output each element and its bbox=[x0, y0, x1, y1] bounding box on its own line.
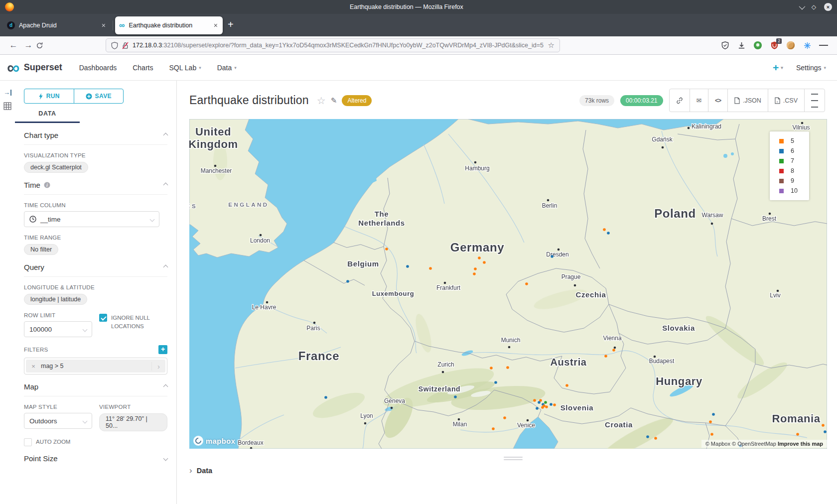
map-city-dot bbox=[769, 213, 771, 215]
legend-item[interactable]: 9 bbox=[779, 177, 809, 184]
map-region-label: ENGLAND bbox=[228, 202, 269, 208]
edit-title-icon[interactable]: ✎ bbox=[331, 96, 337, 105]
section-query[interactable]: Query bbox=[24, 255, 167, 277]
earthquake-point bbox=[646, 435, 649, 438]
favorite-star-icon[interactable]: ☆ bbox=[317, 95, 326, 107]
viewport-value[interactable]: 11° 28' 29.70" | 50... bbox=[99, 413, 167, 431]
nav-item-charts[interactable]: Charts bbox=[133, 64, 153, 72]
data-collapse-header[interactable]: › Data bbox=[189, 466, 837, 475]
ublock-icon[interactable]: 2 bbox=[770, 41, 779, 50]
tab-close-icon[interactable]: × bbox=[101, 21, 107, 29]
section-map[interactable]: Map bbox=[24, 375, 167, 396]
time-range-value[interactable]: No filter bbox=[24, 244, 58, 255]
ublock-badge: 2 bbox=[776, 38, 782, 44]
embed-code-button[interactable]: <> bbox=[708, 89, 728, 112]
tab-earthquake-distribution[interactable]: ∞ Earthquake distribution × bbox=[115, 16, 223, 34]
ignore-null-checkbox[interactable] bbox=[99, 314, 107, 322]
section-title: Point Size bbox=[24, 454, 58, 463]
url-bar[interactable]: 172.18.0.3:32108/superset/explore/?form_… bbox=[106, 38, 560, 52]
chevron-up-icon bbox=[163, 133, 168, 138]
map-city-dot bbox=[313, 322, 316, 324]
legend-item[interactable]: 6 bbox=[779, 147, 809, 154]
map-style-label: MAP STYLE bbox=[24, 404, 92, 410]
map-country-label: Austria bbox=[550, 357, 586, 368]
downloads-icon[interactable] bbox=[737, 41, 746, 50]
dataset-grid-icon[interactable] bbox=[3, 102, 11, 110]
tab-data[interactable]: DATA bbox=[15, 110, 80, 123]
map-city-dot bbox=[214, 165, 217, 167]
tab-close-icon[interactable]: × bbox=[213, 21, 219, 29]
expand-filter-icon[interactable]: › bbox=[151, 362, 165, 371]
map-country-label: The bbox=[375, 210, 389, 218]
save-button[interactable]: SAVE bbox=[74, 89, 124, 103]
remove-filter-icon[interactable]: × bbox=[26, 363, 41, 370]
time-column-select[interactable]: __time bbox=[24, 211, 159, 227]
lonlat-value[interactable]: longitude | latitude bbox=[24, 294, 87, 305]
expand-datasource-icon[interactable]: → bbox=[3, 90, 11, 96]
deckgl-scatter-map[interactable]: UnitedKingdomTheNetherlandsBelgiumGerman… bbox=[189, 119, 827, 449]
nav-item-sql-lab[interactable]: SQL Lab▾ bbox=[169, 64, 201, 72]
window-close-icon[interactable]: × bbox=[824, 3, 832, 11]
viz-type-value[interactable]: deck.gl Scatterplot bbox=[24, 162, 88, 173]
improve-map-link[interactable]: Improve this map bbox=[778, 441, 823, 447]
auto-zoom-checkbox[interactable] bbox=[24, 438, 32, 446]
viewport-label: VIEWPORT bbox=[99, 404, 167, 410]
legend-item[interactable]: 8 bbox=[779, 167, 809, 174]
chart-menu-button[interactable] bbox=[805, 89, 825, 112]
map-city-label: Kaliningrad bbox=[692, 123, 721, 130]
map-city-label: Lviv bbox=[770, 292, 780, 299]
new-item-button[interactable]: +▾ bbox=[773, 62, 783, 74]
file-icon: x bbox=[775, 97, 780, 104]
legend-item[interactable]: 7 bbox=[779, 157, 809, 164]
forward-icon[interactable]: → bbox=[21, 40, 36, 50]
section-chart-type[interactable]: Chart type bbox=[24, 123, 167, 145]
legend-item[interactable]: 5 bbox=[779, 137, 809, 144]
settings-menu[interactable]: Settings▾ bbox=[796, 64, 826, 72]
row-limit-select[interactable]: 100000 bbox=[24, 321, 92, 337]
filter-value[interactable]: mag > 5 bbox=[41, 363, 151, 370]
window-minimize-icon[interactable] bbox=[799, 3, 805, 9]
permissions-shield-icon[interactable] bbox=[111, 42, 118, 49]
legend-label: 6 bbox=[791, 147, 794, 154]
earthquake-point bbox=[385, 248, 388, 251]
legend-item[interactable]: 10 bbox=[779, 187, 809, 194]
run-button[interactable]: RUN bbox=[24, 89, 74, 103]
map-city-dot bbox=[474, 161, 477, 164]
snowflake-extension-icon[interactable] bbox=[803, 41, 812, 50]
tab-title: Earthquake distribution bbox=[129, 22, 208, 29]
firefox-logo-icon bbox=[5, 2, 14, 11]
back-icon[interactable]: ← bbox=[6, 40, 21, 50]
superset-logo-icon[interactable]: ∞ bbox=[7, 60, 20, 75]
insecure-lock-icon[interactable] bbox=[122, 42, 129, 49]
bookmark-star-icon[interactable]: ☆ bbox=[548, 41, 555, 50]
earthquake-point bbox=[607, 232, 610, 235]
nav-item-data[interactable]: Data▾ bbox=[217, 64, 237, 72]
section-time[interactable]: Time i bbox=[24, 173, 167, 195]
query-timer-badge: 00:00:03.21 bbox=[620, 95, 663, 106]
pane-drag-handle[interactable] bbox=[504, 457, 523, 460]
window-maximize-icon[interactable]: ◇ bbox=[812, 4, 816, 10]
export-csv-button[interactable]: x .CSV bbox=[768, 89, 805, 112]
map-style-select[interactable]: Outdoors bbox=[24, 413, 92, 429]
section-point-size[interactable]: Point Size bbox=[24, 446, 167, 468]
account-shield-icon[interactable] bbox=[720, 41, 729, 50]
map-city-dot bbox=[527, 419, 529, 422]
new-tab-button[interactable]: + bbox=[228, 19, 234, 30]
email-button[interactable]: ✉ bbox=[690, 89, 708, 112]
earthquake-point bbox=[604, 355, 607, 358]
map-city-dot bbox=[260, 234, 262, 237]
reload-icon[interactable] bbox=[36, 42, 51, 49]
copy-link-button[interactable] bbox=[670, 89, 690, 112]
mapbox-logo[interactable]: mapbox bbox=[193, 436, 235, 446]
tab-apache-druid[interactable]: d Apache Druid × bbox=[3, 16, 111, 34]
map-city-label: Milan bbox=[453, 421, 467, 428]
menu-icon[interactable] bbox=[819, 41, 828, 50]
cookie-extension-icon[interactable] bbox=[786, 41, 795, 50]
add-filter-button[interactable]: + bbox=[158, 345, 167, 354]
export-json-button[interactable]: .JSON bbox=[728, 89, 768, 112]
nav-item-dashboards[interactable]: Dashboards bbox=[79, 64, 117, 72]
superset-brand[interactable]: Superset bbox=[24, 62, 62, 73]
map-city-label: London bbox=[250, 237, 270, 244]
privacy-extension-icon[interactable] bbox=[753, 41, 762, 50]
map-city-label: Zurich bbox=[437, 361, 454, 368]
